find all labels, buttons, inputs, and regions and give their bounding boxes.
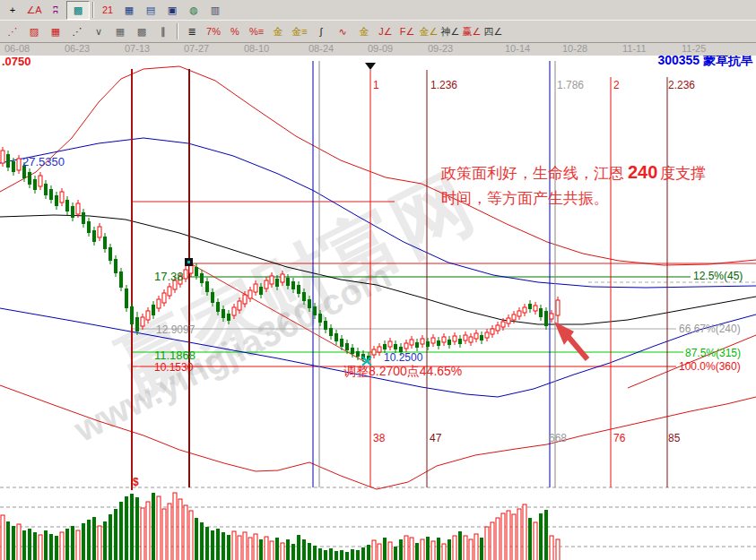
candle-body-up <box>265 280 268 289</box>
wave-tool-button[interactable]: ∿ <box>332 23 353 40</box>
speed-lines-tool-button[interactable]: ⋰ <box>66 23 88 40</box>
notes-tool-button[interactable]: ▤ <box>140 2 161 19</box>
volume-bar-up <box>523 504 526 560</box>
volume-bar-up <box>485 527 489 560</box>
gann-box-tool-icon: ▨ <box>30 27 39 37</box>
print-tool-button[interactable]: ▥ <box>204 2 226 19</box>
flag-tool-button[interactable]: ʭ <box>45 2 66 19</box>
gold-circle-tool-icon: 金 <box>274 27 283 37</box>
volume-bar-up <box>421 539 424 560</box>
date-label: 06-08 <box>4 43 30 54</box>
calendar-21-tool-button[interactable]: 21 <box>97 2 118 19</box>
candle-body-up <box>1 151 4 163</box>
candle-body-up <box>501 322 505 327</box>
gold-lines-tool-button[interactable]: 金≡ <box>289 23 310 40</box>
compass-tool-button[interactable]: ∠A <box>23 2 45 19</box>
keypad-tool-button[interactable]: ▦ <box>118 2 140 19</box>
volume-bar-down <box>394 547 397 560</box>
save-tool-button[interactable]: ▣ <box>161 2 183 19</box>
gold-circle-tool-button[interactable]: 金 <box>267 23 289 40</box>
f-angle-tool-button[interactable]: F∠ <box>396 23 418 40</box>
zigzag-tool-button[interactable]: ∨ <box>88 23 109 40</box>
date-label: 08-24 <box>308 43 334 54</box>
fib-list-tool-button[interactable]: ≣ <box>181 23 203 40</box>
percent-tool-button[interactable]: % <box>224 23 246 40</box>
grid-a-tool-button[interactable]: ▦ <box>109 23 131 40</box>
gann-fan-tool-icon: ⋰ <box>8 27 18 37</box>
volume-bar-down <box>114 509 117 560</box>
grid-b-tool-button[interactable]: ▩ <box>131 23 152 40</box>
pattern-tool-button[interactable]: ▩ <box>66 1 90 20</box>
j-angle-tool-icon: J∠ <box>378 27 392 37</box>
volume-bar-down <box>195 518 198 560</box>
volume-bar-down <box>12 526 15 560</box>
volume-bar-down <box>55 536 58 560</box>
volume-bar-down <box>222 532 225 560</box>
volume-bar-up <box>157 496 161 560</box>
gann-grid-tool-icon: ▦ <box>51 27 60 37</box>
volume-bar-down <box>125 496 128 560</box>
candle-body-up <box>556 300 560 315</box>
volume-bar-up <box>39 535 42 560</box>
candle-body-up <box>76 203 80 214</box>
candle-body-down <box>135 317 139 332</box>
gann-box-tool-button[interactable]: ▨ <box>23 23 45 40</box>
chart-canvas[interactable]: 赢家财富网www.yingjia360.com.0750300355 蒙草抗旱1… <box>0 56 756 560</box>
globe-mail-tool-button[interactable]: ◍ <box>183 2 204 19</box>
percent-tool-icon: % <box>230 27 239 37</box>
percent-lines-tool-button[interactable]: %≡ <box>246 23 267 40</box>
candle-body-down <box>329 328 333 336</box>
candle-body-up <box>550 314 553 319</box>
volume-bar-down <box>335 551 338 560</box>
volume-bar-down <box>103 521 107 560</box>
volume-bar-down <box>383 538 387 560</box>
candle-body-up <box>157 299 161 308</box>
gold-lines-tool-icon: 金≡ <box>291 27 307 37</box>
candle-body-up <box>270 276 274 284</box>
gold-up-tool-button[interactable]: 金 <box>353 23 375 40</box>
candle-body-up <box>485 332 489 338</box>
candle-body-down <box>152 305 155 315</box>
adjustment-note: 调整8.2700点44.65% <box>343 364 462 378</box>
volume-bar-down <box>82 523 85 560</box>
candle-body-up <box>184 270 187 279</box>
volume-bar-up <box>501 513 505 560</box>
volume-bar-down <box>205 527 209 560</box>
candle-body-up <box>388 341 392 347</box>
ying-angle-tool-button[interactable]: 赢∠ <box>461 23 482 40</box>
pct-label-87-5: 87.5%(315) <box>685 347 741 359</box>
gold-angle-tool-button[interactable]: 金∠ <box>418 23 439 40</box>
volume-bar-up <box>243 532 247 560</box>
gann-note-line2: 时间，等方面产生共振。 <box>441 190 609 207</box>
gann-grid-tool-button[interactable]: ▦ <box>45 23 66 40</box>
candle-body-down <box>28 172 31 185</box>
keypad-tool-icon: ▦ <box>125 5 134 15</box>
j-angle-tool-button[interactable]: J∠ <box>375 23 396 40</box>
pattern-tool-icon: ▩ <box>74 5 83 15</box>
parallel-lines-tool-button[interactable]: ∥ <box>152 23 174 40</box>
candle-body-down <box>211 292 214 303</box>
candle-body-down <box>544 311 548 326</box>
stock-code-name: 300355 蒙草抗旱 <box>657 56 753 67</box>
candle-body-up <box>453 336 456 341</box>
volume-bar-down <box>458 531 462 560</box>
candle-body-down <box>65 200 69 211</box>
globe-mail-tool-icon: ◍ <box>189 5 198 15</box>
candle-body-down <box>125 289 128 308</box>
toolbar-row-2: ⋰▨▦⋰∨▦▩∥≣7%%%≡金金≡ʃ∿金J∠F∠金∠神∠赢∠四∠ <box>0 21 756 43</box>
candle-body-up <box>232 307 236 315</box>
shen-angle-tool-button[interactable]: 神∠ <box>439 23 461 40</box>
candle-body-up <box>17 159 21 170</box>
candle-body-up <box>146 311 150 320</box>
date-label: 11-11 <box>622 43 647 54</box>
gann-note-line1a: 政策面利好，生命线，江恩 <box>440 165 624 182</box>
gann-fan-tool-button[interactable]: ⋰ <box>2 23 23 40</box>
brush-tool-button[interactable]: ʃ <box>310 23 332 40</box>
volume-bar-down <box>49 534 53 560</box>
price-label-12-9097: 12.9097 <box>156 323 196 336</box>
candle-body-up <box>512 314 516 320</box>
crosshair-tool-button[interactable]: + <box>2 2 23 19</box>
si-angle-tool-button[interactable]: 四∠ <box>482 23 504 40</box>
percent-t-tool-button[interactable]: 7% <box>203 23 224 40</box>
candle-body-down <box>6 154 10 168</box>
